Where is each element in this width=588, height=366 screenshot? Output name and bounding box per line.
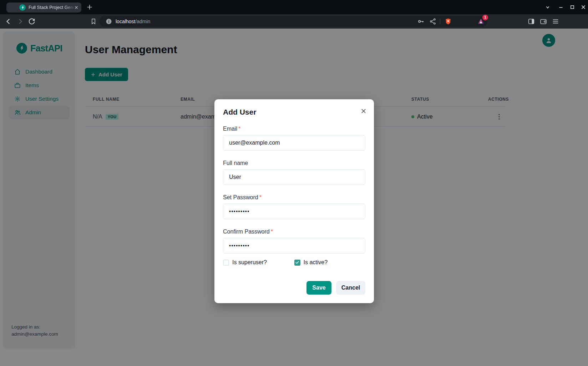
field-set-password: Set Password*	[223, 194, 365, 219]
tab-title: Full Stack Project Genera	[29, 2, 75, 12]
url-bar[interactable]: localhost/admin 1	[99, 16, 487, 27]
set-password-field[interactable]	[223, 204, 365, 219]
page-content: FastAPI Dashboard Items User Settings Ad…	[0, 29, 588, 366]
field-label: Full name	[223, 160, 365, 166]
field-full-name: Full name	[223, 160, 365, 185]
is-superuser-checkbox[interactable]: Is superuser?	[223, 259, 294, 266]
new-tab-button[interactable]	[86, 3, 93, 11]
checkbox-unchecked-icon	[223, 260, 229, 266]
label-text: Confirm Password	[223, 229, 270, 235]
sidebar-toggle-icon[interactable]	[527, 17, 535, 25]
browser-toolbar: localhost/admin 1	[0, 14, 588, 29]
full-name-field[interactable]	[223, 169, 365, 185]
rewards-badge: 1	[482, 15, 488, 20]
share-icon[interactable]	[429, 18, 436, 25]
label-text: Set Password	[223, 194, 258, 200]
email-field[interactable]	[223, 135, 365, 151]
close-icon[interactable]	[360, 108, 367, 114]
label-text: Full name	[223, 160, 248, 166]
field-label: Set Password*	[223, 194, 365, 201]
checkbox-label: Is active?	[304, 259, 328, 266]
bookmark-icon[interactable]	[90, 18, 97, 25]
modal-title: Add User	[223, 108, 365, 116]
window-maximize-button[interactable]	[568, 3, 576, 11]
reload-icon[interactable]	[28, 17, 36, 25]
tab-search-chevron-icon[interactable]	[544, 3, 552, 11]
checkbox-label: Is superuser?	[232, 259, 267, 266]
checkbox-row: Is superuser? Is active?	[223, 259, 365, 266]
is-active-checkbox[interactable]: Is active?	[294, 259, 366, 266]
back-icon[interactable]	[5, 17, 12, 25]
tab-close-icon[interactable]	[74, 5, 79, 10]
save-button[interactable]: Save	[306, 281, 331, 295]
cancel-button[interactable]: Cancel	[336, 281, 365, 295]
modal-footer: Save Cancel	[223, 281, 365, 295]
bolt-icon	[19, 4, 26, 11]
browser-tab-bar: Full Stack Project Genera	[0, 0, 588, 14]
toolbar-divider	[440, 19, 440, 24]
window-close-button[interactable]	[579, 3, 587, 11]
checkbox-checked-icon	[294, 260, 300, 266]
url-path: /admin	[135, 19, 150, 24]
confirm-password-field[interactable]	[223, 238, 365, 254]
required-asterisk: *	[238, 126, 240, 132]
forward-icon[interactable]	[16, 17, 24, 25]
site-info-icon[interactable]	[106, 18, 112, 25]
field-label: Confirm Password*	[223, 229, 365, 235]
url-host: localhost	[116, 19, 135, 24]
url-text: localhost/admin	[116, 16, 150, 27]
field-confirm-password: Confirm Password*	[223, 229, 365, 254]
add-user-modal: Add User Email* Full name Set Password* …	[214, 99, 374, 303]
required-asterisk: *	[259, 194, 262, 200]
brave-shield-icon[interactable]	[445, 18, 452, 25]
label-text: Email	[223, 126, 237, 132]
browser-tab[interactable]: Full Stack Project Genera	[6, 2, 81, 12]
field-email: Email*	[223, 126, 365, 151]
menu-hamburger-icon[interactable]	[552, 17, 559, 25]
required-asterisk: *	[271, 229, 273, 235]
wallet-icon[interactable]	[539, 17, 547, 25]
field-label: Email*	[223, 126, 365, 132]
key-icon[interactable]	[417, 18, 424, 25]
window-minimize-button[interactable]	[557, 3, 565, 11]
